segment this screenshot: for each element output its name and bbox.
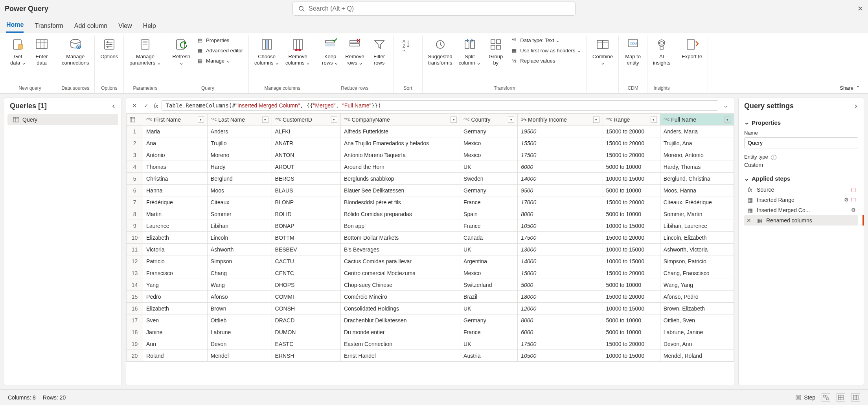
cell[interactable]: Argentina bbox=[460, 255, 518, 267]
cell[interactable]: 15000 bbox=[518, 267, 603, 279]
cell[interactable]: 5000 to 10000 bbox=[603, 185, 660, 196]
cell[interactable]: Ann bbox=[143, 338, 208, 350]
tab-add-column[interactable]: Add column bbox=[74, 22, 108, 33]
cell[interactable]: BOTTM bbox=[272, 232, 340, 244]
manage-button[interactable]: ▤Manage ⌄ bbox=[194, 56, 245, 65]
table-row[interactable]: 19AnnDevonEASTCEastern ConnectionUK17500… bbox=[127, 338, 734, 350]
cell[interactable]: 17500 bbox=[518, 232, 603, 244]
cell[interactable]: Sven bbox=[143, 314, 208, 326]
cell[interactable]: 18000 bbox=[518, 291, 603, 303]
column-header-Range[interactable]: ᴬᴮcRange▾ bbox=[603, 114, 660, 126]
cell[interactable]: 14000 bbox=[518, 255, 603, 267]
cell[interactable]: 10000 to 15000 bbox=[603, 244, 660, 255]
cell[interactable]: Sommer, Martin bbox=[660, 208, 734, 220]
cell[interactable]: Wang, Yang bbox=[660, 279, 734, 291]
cell[interactable]: 5000 to 10000 bbox=[603, 208, 660, 220]
column-header-FullName[interactable]: ᴬᴮcFull Name▾ bbox=[660, 114, 734, 126]
table-row[interactable]: 9LaurenceLibihanBONAPBon app'France10500… bbox=[127, 220, 734, 232]
table-row[interactable]: 1MariaAndersALFKIAlfreds FutterkisteGerm… bbox=[127, 126, 734, 137]
info-icon[interactable]: i bbox=[771, 155, 776, 160]
warning-icon[interactable]: ⬚ bbox=[851, 197, 856, 203]
table-row[interactable]: 16ElizabethBrownCONSHConsolidated Holdin… bbox=[127, 303, 734, 314]
cell[interactable]: Germany bbox=[460, 185, 518, 196]
cell[interactable]: Ana Trujillo Emaredados y helados bbox=[340, 137, 460, 149]
column-header-CustomerID[interactable]: ᴬᴮcCustomerID▾ bbox=[272, 114, 340, 126]
column-header-FirstName[interactable]: ᴬᴮcFirst Name▾ bbox=[143, 114, 208, 126]
cell[interactable]: 15000 to 20000 bbox=[603, 196, 660, 208]
filter-dropdown-icon[interactable]: ▾ bbox=[724, 117, 730, 123]
applied-step[interactable]: fxSource⬚ bbox=[744, 185, 858, 195]
table-row[interactable]: 12PatricioSimpsonCACTUCactus Comidas par… bbox=[127, 255, 734, 267]
row-number[interactable]: 6 bbox=[127, 185, 143, 196]
cell[interactable]: Blondesddsl pére et fils bbox=[340, 196, 460, 208]
row-number[interactable]: 15 bbox=[127, 291, 143, 303]
gear-icon[interactable]: ⚙ bbox=[844, 197, 849, 203]
cell[interactable]: Ernst Handel bbox=[340, 350, 460, 362]
cell[interactable]: COMMI bbox=[272, 291, 340, 303]
cell[interactable]: Brown, Elizabeth bbox=[660, 303, 734, 314]
cell[interactable]: 10000 to 15000 bbox=[603, 173, 660, 185]
column-header-CompanyName[interactable]: ᴬᴮcCompanyName▾ bbox=[340, 114, 460, 126]
table-row[interactable]: 5ChristinaBerglundBERGSBerglunds snabbkö… bbox=[127, 173, 734, 185]
cell[interactable]: Bólido Comidas preparadas bbox=[340, 208, 460, 220]
formula-cancel-icon[interactable]: ✕ bbox=[130, 102, 139, 109]
cell[interactable]: Moreno bbox=[207, 149, 272, 161]
tab-help[interactable]: Help bbox=[143, 22, 156, 33]
row-number[interactable]: 11 bbox=[127, 244, 143, 255]
cell[interactable]: Devon, Ann bbox=[660, 338, 734, 350]
cell[interactable]: Roland bbox=[143, 350, 208, 362]
row-number[interactable]: 7 bbox=[127, 196, 143, 208]
choose-columns-button[interactable]: Choosecolumns ⌄ bbox=[252, 35, 281, 68]
cell[interactable]: Ottlieb, Sven bbox=[660, 314, 734, 326]
cell[interactable]: 13000 bbox=[518, 244, 603, 255]
cell[interactable]: B's Beverages bbox=[340, 244, 460, 255]
query-name-input[interactable] bbox=[744, 137, 858, 148]
cell[interactable]: AROUT bbox=[272, 161, 340, 173]
cell[interactable]: Antonio Moreno Taquería bbox=[340, 149, 460, 161]
formula-bar[interactable]: Table.RenameColumns(#"Inserted Merged Co… bbox=[162, 100, 718, 111]
cell[interactable]: Bottom-Dollar Markets bbox=[340, 232, 460, 244]
diagram-view-icon[interactable] bbox=[822, 393, 830, 402]
cell[interactable]: Cactus Comidas para llevar bbox=[340, 255, 460, 267]
row-number[interactable]: 14 bbox=[127, 279, 143, 291]
global-search[interactable] bbox=[292, 2, 576, 16]
cell[interactable]: Brown bbox=[207, 303, 272, 314]
applied-step[interactable]: ✕▦Renamed columns bbox=[744, 215, 858, 226]
step-button[interactable]: Step bbox=[795, 394, 815, 401]
combine-button[interactable]: Combine⌄ bbox=[590, 35, 615, 68]
cell[interactable]: Mendel, Roland bbox=[660, 350, 734, 362]
cell[interactable]: 15000 to 20000 bbox=[603, 338, 660, 350]
cell[interactable]: Victoria bbox=[143, 244, 208, 255]
cell[interactable]: France bbox=[460, 196, 518, 208]
cell[interactable]: Anders, Maria bbox=[660, 126, 734, 137]
cell[interactable]: Around the Horn bbox=[340, 161, 460, 173]
applied-steps-header[interactable]: ⌄ Applied steps bbox=[744, 173, 858, 185]
cell[interactable]: CENTC bbox=[272, 267, 340, 279]
cell[interactable]: Berglund, Christina bbox=[660, 173, 734, 185]
table-row[interactable]: 8MartinSommerBOLIDBólido Comidas prepara… bbox=[127, 208, 734, 220]
cell[interactable]: Chang bbox=[207, 267, 272, 279]
filter-dropdown-icon[interactable]: ▾ bbox=[262, 117, 268, 123]
cell[interactable]: 8000 bbox=[518, 208, 603, 220]
cell[interactable]: Germany bbox=[460, 314, 518, 326]
row-number[interactable]: 12 bbox=[127, 255, 143, 267]
table-row[interactable]: 3AntonioMorenoANTONAntonio Moreno Taquer… bbox=[127, 149, 734, 161]
row-number[interactable]: 9 bbox=[127, 220, 143, 232]
cell[interactable]: Switzerland bbox=[460, 279, 518, 291]
ai-insights-button[interactable]: AIinsights bbox=[651, 35, 673, 68]
table-row[interactable]: 17SvenOttliebDRACDDrachenblut Delikatess… bbox=[127, 314, 734, 326]
cell[interactable]: 5000 to 10000 bbox=[603, 314, 660, 326]
table-row[interactable]: 15PedroAfonsoCOMMIComércio MineiroBrazil… bbox=[127, 291, 734, 303]
cell[interactable]: Martin bbox=[143, 208, 208, 220]
row-number[interactable]: 10 bbox=[127, 232, 143, 244]
cell[interactable]: BOLID bbox=[272, 208, 340, 220]
cell[interactable]: Elizabeth bbox=[143, 232, 208, 244]
cell[interactable]: ANATR bbox=[272, 137, 340, 149]
tab-home[interactable]: Home bbox=[6, 21, 24, 33]
options-button[interactable]: Options bbox=[98, 35, 120, 61]
table-row[interactable]: 18JanineLabruneDUMONDu monde entierFranc… bbox=[127, 326, 734, 338]
cell[interactable]: 5000 to 10000 bbox=[603, 279, 660, 291]
cell[interactable]: 10000 to 15000 bbox=[603, 350, 660, 362]
share-button[interactable]: Share ⌃ bbox=[836, 35, 864, 93]
cell[interactable]: BLAUS bbox=[272, 185, 340, 196]
